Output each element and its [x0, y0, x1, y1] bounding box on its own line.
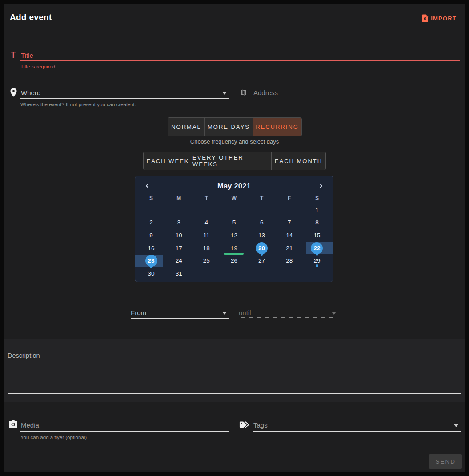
- title-input[interactable]: Title: [21, 52, 33, 59]
- calendar-day-30[interactable]: 30: [137, 267, 165, 280]
- calendar-day-20[interactable]: 20: [248, 242, 276, 255]
- chevron-right-icon[interactable]: [317, 181, 325, 190]
- tab-recurring[interactable]: RECURRING: [253, 118, 301, 136]
- calendar-day-7[interactable]: 7: [276, 216, 303, 229]
- calendar-day-2[interactable]: 2: [137, 216, 165, 229]
- calendar-day-9[interactable]: 9: [137, 229, 165, 242]
- day-number: 15: [313, 232, 320, 239]
- calendar-day-21[interactable]: 21: [276, 242, 303, 255]
- calendar-day-empty: [192, 204, 220, 216]
- from-underline: [131, 318, 229, 319]
- calendar-day-25[interactable]: 25: [192, 254, 220, 267]
- day-number: 11: [203, 232, 209, 239]
- calendar-day-empty: [220, 204, 248, 216]
- until-select[interactable]: until: [239, 309, 251, 316]
- where-select[interactable]: Where: [21, 89, 40, 96]
- description-input[interactable]: Description: [8, 352, 40, 359]
- calendar-day-3[interactable]: 3: [165, 216, 192, 229]
- day-number: 27: [258, 257, 265, 264]
- calendar-day-16[interactable]: 16: [137, 242, 165, 255]
- weekday-label: S: [137, 193, 165, 204]
- day-number: 19: [231, 245, 237, 252]
- chevron-down-icon[interactable]: [222, 312, 227, 315]
- day-number: 3: [177, 219, 180, 226]
- calendar-day-11[interactable]: 11: [192, 229, 220, 242]
- calendar-day-14[interactable]: 14: [276, 229, 303, 242]
- day-number: 4: [205, 219, 208, 226]
- day-number: 20: [256, 242, 268, 254]
- calendar-day-31[interactable]: 31: [165, 267, 192, 280]
- day-number: 30: [148, 270, 155, 277]
- calendar-day-26[interactable]: 26: [220, 254, 248, 267]
- map-icon: [240, 88, 247, 98]
- title-underline: [20, 60, 460, 61]
- calendar-day-15[interactable]: 15: [303, 229, 331, 242]
- where-helper-text: Where's the event? If not present you ca…: [20, 102, 136, 107]
- weekday-label: F: [276, 193, 303, 204]
- calendar-day-empty: [276, 204, 303, 216]
- calendar-day-22[interactable]: 22: [303, 242, 331, 255]
- day-number: 31: [176, 270, 182, 277]
- media-underline: [20, 431, 229, 432]
- day-number: 18: [203, 245, 210, 252]
- calendar-day-17[interactable]: 17: [165, 242, 192, 255]
- day-number: 22: [311, 242, 323, 254]
- description-section[interactable]: Description: [4, 339, 465, 402]
- calendar-day-empty: [165, 204, 192, 216]
- calendar-day-1[interactable]: 1: [303, 204, 331, 216]
- where-underline: [20, 98, 229, 99]
- weekday-label: T: [248, 193, 276, 204]
- day-number: 28: [286, 257, 293, 264]
- title-error-text: Title is required: [20, 64, 55, 69]
- calendar-day-8[interactable]: 8: [303, 216, 331, 229]
- calendar-weekday-row: SMTWTFS: [137, 193, 331, 204]
- send-button[interactable]: SEND: [429, 454, 462, 469]
- calendar-day-24[interactable]: 24: [165, 254, 192, 267]
- calendar-day-23[interactable]: 23: [137, 254, 165, 267]
- media-input[interactable]: Media: [21, 421, 39, 429]
- weekday-label: T: [192, 193, 220, 204]
- calendar-month-title[interactable]: May 2021: [217, 182, 251, 190]
- frequency-each-month[interactable]: EACH MONTH: [272, 152, 325, 170]
- calendar-day-28[interactable]: 28: [276, 254, 303, 267]
- tab-normal[interactable]: NORMAL: [168, 118, 205, 136]
- day-number: 17: [176, 245, 182, 252]
- day-number: 6: [260, 219, 264, 226]
- calendar-day-12[interactable]: 12: [220, 229, 248, 242]
- chevron-down-icon[interactable]: [454, 424, 458, 427]
- chevron-down-icon[interactable]: [222, 92, 227, 95]
- calendar-day-19[interactable]: 19: [220, 242, 248, 255]
- tags-select[interactable]: Tags: [253, 421, 268, 429]
- import-button[interactable]: IMPORT: [421, 14, 457, 22]
- address-input[interactable]: Address: [253, 89, 278, 96]
- title-icon: T: [11, 50, 16, 60]
- calendar-day-27[interactable]: 27: [248, 254, 276, 267]
- from-select[interactable]: From: [131, 309, 146, 316]
- calendar-day-18[interactable]: 18: [192, 242, 220, 255]
- day-number: 13: [258, 232, 265, 239]
- calendar-day-5[interactable]: 5: [220, 216, 248, 229]
- day-number: 9: [149, 232, 153, 239]
- page-title: Add event: [10, 12, 52, 22]
- chevron-down-icon: [332, 312, 336, 315]
- event-mode-tabs: NORMAL MORE DAYS RECURRING: [168, 117, 302, 136]
- day-number: 16: [148, 245, 155, 252]
- address-underline: [253, 98, 461, 98]
- chevron-left-icon[interactable]: [143, 181, 152, 190]
- calendar-day-29[interactable]: 29: [303, 254, 331, 267]
- calendar-day-13[interactable]: 13: [248, 229, 276, 242]
- location-pin-icon: [10, 88, 17, 99]
- calendar-day-10[interactable]: 10: [165, 229, 192, 242]
- day-number: 10: [176, 232, 182, 239]
- calendar-header: May 2021: [137, 180, 331, 192]
- tags-underline: [253, 431, 461, 432]
- calendar: May 2021 SMTWTFS 12345678910111213141516…: [135, 176, 333, 282]
- calendar-day-4[interactable]: 4: [192, 216, 220, 229]
- frequency-every-other-weeks[interactable]: EVERY OTHER WEEKS: [192, 152, 272, 170]
- calendar-day-6[interactable]: 6: [248, 216, 276, 229]
- tab-more-days[interactable]: MORE DAYS: [205, 118, 253, 136]
- until-underline: [239, 317, 337, 318]
- tags-icon: [239, 421, 250, 430]
- frequency-each-week[interactable]: EACH WEEK: [144, 152, 192, 170]
- add-event-dialog: Add event IMPORT T Title Title is requir…: [4, 4, 465, 472]
